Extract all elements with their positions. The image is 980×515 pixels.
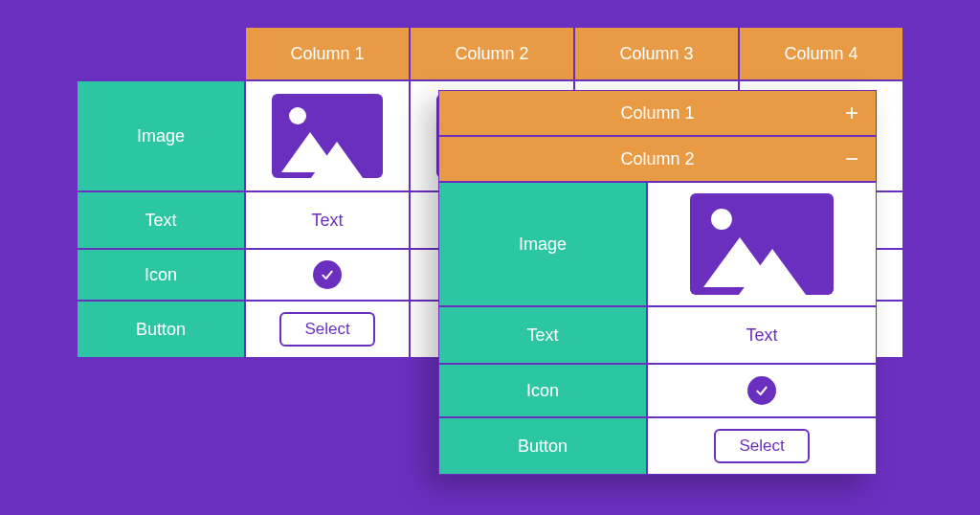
plus-icon[interactable]: + [845,101,858,124]
text-cell: Text [245,191,410,249]
front-table-headers: Column 1 + Column 2 − [438,90,877,182]
front-text-cell: Text [647,306,877,364]
image-placeholder-icon [690,193,834,295]
checkmark-icon [747,376,776,405]
front-table-body: Image Text Icon Button Text Select [438,182,877,475]
row-label-text: Text [77,191,245,249]
checkmark-icon [313,260,342,289]
image-cell [245,80,410,191]
column-header-2[interactable]: Column 2 [410,27,574,80]
front-image-cell [647,182,877,306]
button-cell: Select [245,301,410,358]
front-icon-cell [647,364,877,417]
front-row-label-image: Image [438,182,647,306]
front-row-labels: Image Text Icon Button [438,182,647,475]
icon-cell [245,249,410,301]
minus-icon[interactable]: − [845,147,858,170]
front-cells-col: Text Select [647,182,877,475]
front-button-cell: Select [647,417,877,475]
front-column-header-1-label: Column 1 [620,103,694,123]
front-comparison-table: Column 1 + Column 2 − Image Text Icon Bu… [438,90,877,475]
back-table-row-labels: Image Text Icon Button [77,80,245,358]
front-row-label-button: Button [438,417,647,475]
front-column-header-1[interactable]: Column 1 + [438,90,877,136]
column-header-3[interactable]: Column 3 [574,27,739,80]
select-button[interactable]: Select [279,312,374,347]
row-label-icon: Icon [77,249,245,301]
front-column-header-2[interactable]: Column 2 − [438,136,877,182]
row-label-image: Image [77,80,245,191]
column-header-4[interactable]: Column 4 [739,27,903,80]
back-table-col-1: Text Select [245,80,410,358]
front-column-header-2-label: Column 2 [620,149,694,169]
front-row-label-icon: Icon [438,364,647,417]
front-row-label-text: Text [438,306,647,364]
column-header-1[interactable]: Column 1 [245,27,410,80]
row-label-button: Button [77,301,245,358]
image-placeholder-icon [272,94,383,178]
select-button[interactable]: Select [714,429,809,463]
back-table-headers: Column 1 Column 2 Column 3 Column 4 [245,27,909,80]
